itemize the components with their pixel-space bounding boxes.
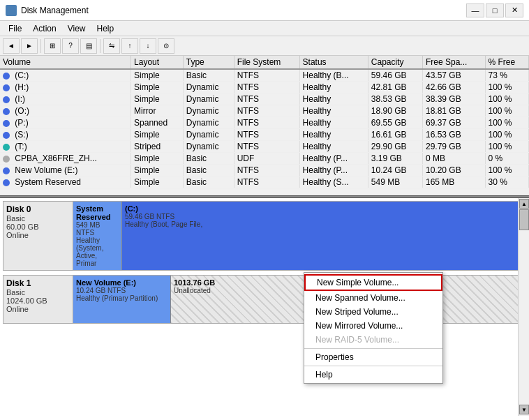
cell-type: Basic — [183, 69, 234, 82]
partition-e-label: New Volume (E:) — [76, 278, 167, 287]
partition-c[interactable]: (C:) 59.46 GB NTFS Healthy (Boot, Page F… — [122, 202, 526, 270]
table-row[interactable]: (H:) Simple Dynamic NTFS Healthy 42.81 G… — [0, 82, 529, 93]
toolbar-sep1 — [40, 39, 41, 53]
toolbar-btn5[interactable]: ↑ — [121, 38, 138, 54]
col-layout[interactable]: Layout — [131, 56, 184, 69]
main-content: Volume Layout Type File System Status Ca… — [0, 56, 529, 420]
cell-free: 69.37 GB — [422, 117, 485, 129]
col-filesystem[interactable]: File System — [234, 56, 299, 69]
maximize-button[interactable]: □ — [486, 3, 504, 17]
volume-table: Volume Layout Type File System Status Ca… — [0, 56, 529, 188]
cell-layout: Simple — [131, 93, 184, 105]
cell-status: Healthy — [299, 129, 368, 141]
table-row[interactable]: CPBA_X86FRE_ZH... Simple Basic UDF Healt… — [0, 153, 529, 165]
table-row[interactable]: (O:) Mirror Dynamic NTFS Healthy 18.90 G… — [0, 105, 529, 117]
col-type[interactable]: Type — [183, 56, 234, 69]
cell-filesystem: NTFS — [234, 177, 299, 188]
toolbar-btn6[interactable]: ↓ — [140, 38, 156, 54]
table-row[interactable]: (I:) Simple Dynamic NTFS Healthy 38.53 G… — [0, 93, 529, 105]
cell-status: Healthy (P... — [299, 153, 368, 165]
disk-0-type: Basic — [6, 214, 70, 223]
cell-filesystem: UDF — [234, 153, 299, 165]
disk-1-name: Disk 1 — [6, 278, 70, 288]
scroll-down[interactable]: ▼ — [519, 405, 529, 414]
menu-view[interactable]: View — [62, 22, 91, 35]
toolbar-btn7[interactable]: ⊙ — [158, 38, 174, 54]
cell-layout: Spanned — [131, 117, 184, 129]
cell-pctfree: 100 % — [485, 82, 529, 93]
title-bar-left: Disk Management — [6, 5, 89, 16]
ctx-new-striped[interactable]: New Striped Volume... — [304, 305, 442, 319]
volume-name: (S:) — [15, 130, 28, 140]
col-pctfree[interactable]: % Free — [485, 56, 529, 69]
ctx-new-spanned[interactable]: New Spanned Volume... — [304, 291, 442, 305]
volume-table-container[interactable]: Volume Layout Type File System Status Ca… — [0, 56, 529, 195]
menu-action[interactable]: Action — [27, 22, 61, 35]
table-row[interactable]: New Volume (E:) Simple Basic NTFS Health… — [0, 165, 529, 177]
volume-name: (T:) — [15, 142, 27, 151]
cell-free: 18.81 GB — [422, 105, 485, 117]
cell-capacity: 69.55 GB — [368, 117, 422, 129]
toolbar-sep2 — [100, 39, 100, 53]
disk-0-info: Disk 0 Basic 60.00 GB Online — [3, 202, 73, 270]
col-capacity[interactable]: Capacity — [368, 56, 422, 69]
menu-file[interactable]: File — [3, 22, 27, 35]
disk-area-scrollbar[interactable]: ▲ ▼ — [518, 198, 529, 416]
cell-filesystem: NTFS — [234, 105, 299, 117]
table-row[interactable]: (T:) Striped Dynamic NTFS Healthy 29.90 … — [0, 141, 529, 153]
ctx-properties[interactable]: Properties — [304, 350, 442, 364]
col-free[interactable]: Free Spa... — [422, 56, 485, 69]
cell-capacity: 3.19 GB — [368, 153, 422, 165]
cell-layout: Simple — [131, 69, 184, 82]
toolbar-btn1[interactable]: ⊞ — [44, 38, 61, 54]
cell-capacity: 38.53 GB — [368, 93, 422, 105]
cell-type: Dynamic — [183, 82, 234, 93]
volume-icon — [3, 156, 10, 163]
disk-1-status: Online — [6, 305, 70, 313]
cell-pctfree: 30 % — [485, 177, 529, 188]
disk-visual-area[interactable]: Disk 0 Basic 60.00 GB Online System Rese… — [0, 198, 529, 420]
toolbar: ◄ ► ⊞ ? ▤ ⇋ ↑ ↓ ⊙ — [0, 36, 529, 56]
toolbar-btn3[interactable]: ▤ — [80, 38, 97, 54]
disk-row-0: Disk 0 Basic 60.00 GB Online System Rese… — [3, 201, 526, 271]
partition-system-status: Healthy (System, Active, Primar — [76, 237, 119, 267]
cell-layout: Simple — [131, 129, 184, 141]
toolbar-forward[interactable]: ► — [21, 38, 38, 54]
ctx-new-simple[interactable]: New Simple Volume... — [304, 274, 442, 291]
close-button[interactable]: ✕ — [505, 3, 523, 17]
minimize-button[interactable]: — — [466, 3, 484, 17]
ctx-new-mirrored[interactable]: New Mirrored Volume... — [304, 319, 442, 333]
cell-free: 10.20 GB — [422, 165, 485, 177]
partition-e[interactable]: New Volume (E:) 10.24 GB NTFS Healthy (P… — [73, 276, 171, 323]
col-status[interactable]: Status — [299, 56, 368, 69]
ctx-help[interactable]: Help — [304, 368, 442, 382]
cell-type: Basic — [183, 153, 234, 165]
cell-status: Healthy (P... — [299, 165, 368, 177]
scroll-up[interactable]: ▲ — [519, 199, 529, 209]
volume-name: (O:) — [15, 106, 29, 116]
table-row[interactable]: (S:) Simple Dynamic NTFS Healthy 16.61 G… — [0, 129, 529, 141]
cell-free: 16.53 GB — [422, 129, 485, 141]
cell-capacity: 16.61 GB — [368, 129, 422, 141]
disk-0-name: Disk 0 — [6, 204, 70, 214]
partition-system-reserved[interactable]: System Reserved 549 MB NTFS Healthy (Sys… — [73, 202, 122, 270]
cell-free: 42.66 GB — [422, 82, 485, 93]
scroll-thumb[interactable] — [519, 209, 529, 230]
cell-volume: (S:) — [0, 129, 131, 141]
cell-volume: (P:) — [0, 117, 131, 129]
cell-capacity: 18.90 GB — [368, 105, 422, 117]
table-row[interactable]: (C:) Simple Basic NTFS Healthy (B... 59.… — [0, 69, 529, 82]
toolbar-back[interactable]: ◄ — [3, 38, 20, 54]
table-row[interactable]: System Reserved Simple Basic NTFS Health… — [0, 177, 529, 188]
partition-c-label: (C:) — [125, 204, 522, 213]
cell-volume: CPBA_X86FRE_ZH... — [0, 153, 131, 165]
menu-help[interactable]: Help — [91, 22, 120, 35]
cell-volume: (C:) — [0, 69, 131, 82]
cell-free: 38.39 GB — [422, 93, 485, 105]
toolbar-btn2[interactable]: ? — [62, 38, 79, 54]
disk-0-status: Online — [6, 231, 70, 239]
cell-filesystem: NTFS — [234, 82, 299, 93]
toolbar-btn4[interactable]: ⇋ — [103, 38, 120, 54]
col-volume[interactable]: Volume — [0, 56, 131, 69]
table-row[interactable]: (P:) Spanned Dynamic NTFS Healthy 69.55 … — [0, 117, 529, 129]
